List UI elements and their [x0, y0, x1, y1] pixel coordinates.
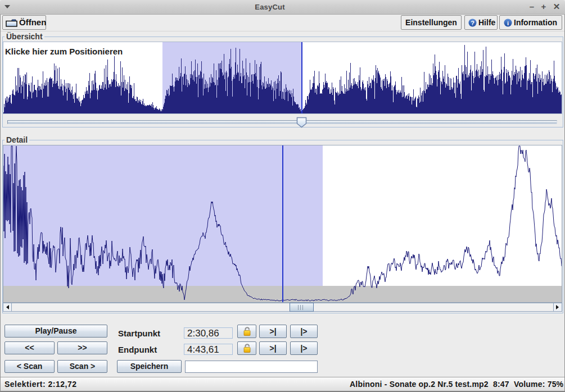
svg-text:?: ? — [471, 20, 474, 26]
svg-text:i: i — [507, 20, 509, 26]
